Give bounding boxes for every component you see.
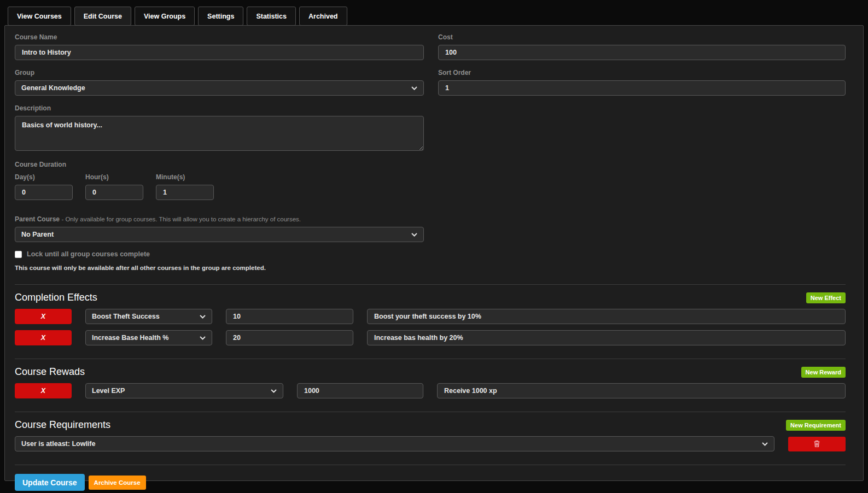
sort-order-input[interactable]	[438, 80, 846, 96]
lock-checkbox-label: Lock until all group courses complete	[27, 250, 150, 258]
effect-type-value: Increase Base Health %	[92, 334, 168, 342]
remove-effect-button[interactable]: X	[15, 309, 72, 324]
chevron-down-icon	[411, 233, 417, 237]
edit-course-panel: Course Name Cost Group General Knowledge…	[4, 25, 864, 481]
divider	[15, 284, 846, 285]
reward-type-select[interactable]: Level EXP	[85, 383, 283, 398]
delete-requirement-button[interactable]	[788, 437, 846, 451]
requirement-select[interactable]: User is atleast: Lowlife	[15, 436, 774, 451]
remove-reward-button[interactable]: X	[15, 383, 72, 398]
effect-description-input[interactable]	[367, 309, 846, 324]
parent-course-hint: - Only available for group courses. This…	[61, 216, 301, 222]
effect-value-input[interactable]	[226, 309, 353, 324]
reward-value-input[interactable]	[297, 383, 423, 398]
tab-view-courses[interactable]: View Courses	[8, 7, 71, 26]
requirement-row: User is atleast: Lowlife	[15, 436, 846, 451]
course-rewards-title: Course Rewads	[15, 366, 85, 378]
sort-order-label: Sort Order	[438, 69, 846, 77]
completion-effects-title: Completion Effects	[15, 292, 97, 303]
minutes-label: Minute(s)	[156, 173, 214, 181]
tab-settings[interactable]: Settings	[198, 7, 243, 26]
hours-input[interactable]	[85, 185, 143, 200]
tab-bar: View Courses Edit Course View Groups Set…	[0, 0, 868, 26]
description-textarea[interactable]: Basics of world history...	[15, 116, 424, 151]
reward-type-value: Level EXP	[92, 387, 125, 395]
cost-label: Cost	[438, 33, 846, 41]
effect-row: X Boost Theft Success	[15, 309, 846, 324]
new-requirement-button[interactable]: New Requirement	[786, 420, 846, 431]
lock-note: This course will only be available after…	[15, 265, 846, 271]
hours-label: Hour(s)	[85, 173, 143, 181]
new-effect-button[interactable]: New Effect	[806, 292, 846, 303]
divider	[15, 465, 846, 465]
description-label: Description	[15, 104, 424, 112]
effect-description-input[interactable]	[367, 330, 846, 345]
minutes-input[interactable]	[156, 185, 214, 200]
course-name-label: Course Name	[15, 33, 424, 41]
group-select[interactable]: General Knowledge	[15, 80, 424, 96]
lock-checkbox[interactable]	[15, 251, 22, 258]
days-label: Day(s)	[15, 173, 73, 181]
chevron-down-icon	[762, 442, 768, 446]
parent-course-select-value: No Parent	[21, 231, 54, 238]
effect-value-input[interactable]	[226, 330, 353, 345]
tab-edit-course[interactable]: Edit Course	[74, 7, 131, 26]
chevron-down-icon	[200, 336, 206, 340]
update-course-button[interactable]: Update Course	[15, 474, 85, 491]
course-duration-label: Course Duration	[15, 161, 846, 168]
effect-row: X Increase Base Health %	[15, 330, 846, 345]
effect-type-select[interactable]: Boost Theft Success	[85, 309, 212, 324]
chevron-down-icon	[200, 315, 206, 319]
effect-type-select[interactable]: Increase Base Health %	[85, 330, 212, 345]
cost-input[interactable]	[438, 45, 846, 60]
days-input[interactable]	[15, 185, 73, 200]
parent-course-label: Parent Course	[15, 215, 60, 223]
tab-statistics[interactable]: Statistics	[247, 7, 296, 26]
course-name-input[interactable]	[15, 45, 424, 60]
reward-row: X Level EXP	[15, 383, 846, 398]
parent-course-select[interactable]: No Parent	[15, 227, 424, 242]
new-reward-button[interactable]: New Reward	[801, 367, 846, 378]
requirement-value: User is atleast: Lowlife	[21, 440, 95, 448]
parent-course-label-row: Parent Course - Only available for group…	[15, 215, 424, 223]
chevron-down-icon	[271, 389, 277, 393]
divider	[15, 359, 846, 359]
tab-archived[interactable]: Archived	[299, 7, 347, 26]
divider	[15, 412, 846, 412]
group-select-value: General Knowledge	[21, 84, 85, 92]
trash-icon	[813, 440, 820, 448]
group-label: Group	[15, 69, 424, 77]
course-requirements-title: Course Requirements	[15, 419, 110, 431]
remove-effect-button[interactable]: X	[15, 330, 72, 345]
tab-view-groups[interactable]: View Groups	[135, 7, 195, 26]
reward-description-input[interactable]	[437, 383, 846, 398]
archive-course-button[interactable]: Archive Course	[89, 476, 146, 490]
chevron-down-icon	[411, 86, 417, 90]
effect-type-value: Boost Theft Success	[92, 313, 160, 320]
